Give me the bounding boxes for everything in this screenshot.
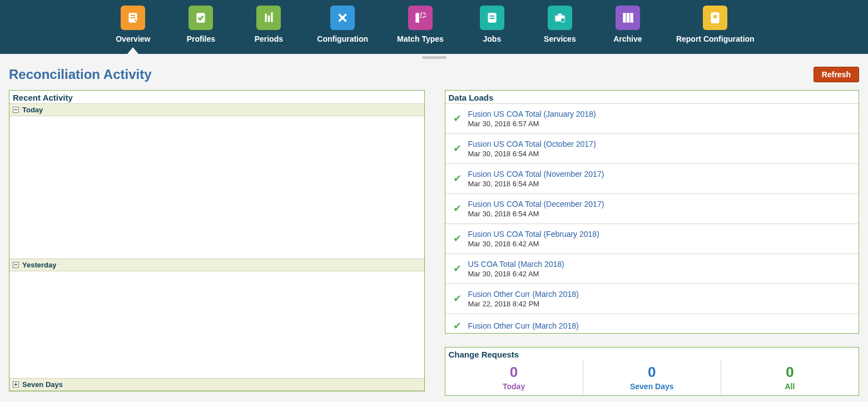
data-load-date: Mar 30, 2018 6:54 AM — [468, 210, 604, 218]
success-check-icon: ✔ — [453, 232, 462, 245]
svg-point-7 — [341, 16, 345, 20]
data-load-row: ✔Fusion US COA Total (October 2017)Mar 3… — [445, 134, 859, 164]
nav-services-icon — [548, 6, 572, 30]
data-loads-list[interactable]: ✔Fusion US COA Total (January 2018)Mar 3… — [445, 103, 859, 333]
nav-label: Archive — [613, 34, 642, 44]
recent-activity-panel: Recent Activity −Today−Yesterday+Seven D… — [9, 90, 425, 391]
data-load-link[interactable]: Fusion US COA Total (January 2018) — [468, 110, 596, 118]
page-header: Reconciliation Activity Refresh — [0, 61, 868, 90]
nav-overview[interactable]: Overview — [113, 6, 152, 44]
collapse-toggle-icon[interactable]: + — [13, 381, 19, 388]
success-check-icon: ✔ — [453, 320, 462, 332]
svg-rect-18 — [630, 13, 633, 22]
change-request-count: 0 — [583, 364, 721, 381]
change-requests-counts: 0Today0Seven Days0All — [445, 360, 859, 395]
data-load-row: ✔Fusion US COA Total (February 2018)Mar … — [445, 224, 859, 254]
data-load-row: ✔Fusion Other Curr (March 2018)Mar 22, 2… — [445, 284, 859, 314]
nav-archive-icon — [616, 6, 640, 30]
nav-archive[interactable]: Archive — [608, 6, 647, 44]
svg-rect-8 — [415, 13, 419, 22]
data-load-row: ✔Fusion US COA Total (November 2017)Mar … — [445, 164, 859, 194]
data-load-link[interactable]: Fusion Other Curr (March 2018) — [468, 321, 579, 330]
change-request-label: Seven Days — [583, 382, 721, 391]
svg-rect-14 — [558, 13, 562, 15]
activity-today-body — [9, 116, 424, 259]
collapse-toggle-icon[interactable]: − — [13, 262, 19, 268]
data-load-link[interactable]: US COA Total (March 2018) — [468, 260, 564, 269]
data-loads-title: Data Loads — [445, 91, 859, 103]
nav-services[interactable]: Services — [540, 6, 579, 44]
nav-label: Configuration — [317, 34, 368, 44]
activity-section-header[interactable]: −Yesterday — [9, 259, 424, 271]
nav-match-types[interactable]: Match Types — [397, 6, 444, 44]
nav-label: Services — [544, 34, 576, 44]
svg-rect-6 — [271, 12, 273, 22]
change-request-count: 0 — [721, 364, 859, 381]
success-check-icon: ✔ — [453, 172, 462, 185]
data-load-link[interactable]: Fusion US COA Total (November 2017) — [468, 170, 604, 178]
grip-icon — [422, 56, 447, 59]
nav-profiles-icon — [189, 6, 213, 30]
nav-configuration-icon — [330, 6, 355, 30]
activity-yesterday-body — [9, 271, 424, 378]
svg-rect-16 — [623, 13, 626, 22]
data-load-link[interactable]: Fusion US COA Total (December 2017) — [468, 200, 604, 209]
svg-rect-4 — [265, 13, 267, 22]
data-load-date: Mar 30, 2018 6:54 AM — [468, 180, 604, 188]
nav-label: Match Types — [397, 34, 444, 44]
data-loads-panel: Data Loads ✔Fusion US COA Total (January… — [445, 90, 860, 334]
data-load-link[interactable]: Fusion Other Curr (March 2018) — [468, 290, 579, 299]
change-request-col[interactable]: 0All — [721, 360, 859, 395]
data-load-row: ✔Fusion US COA Total (January 2018)Mar 3… — [445, 104, 859, 134]
nav-configuration[interactable]: Configuration — [317, 6, 368, 44]
data-load-row: ✔Fusion Other Curr (March 2018) — [445, 314, 859, 333]
change-request-count: 0 — [445, 364, 583, 381]
nav-label: Periods — [255, 34, 283, 44]
main-columns: Recent Activity −Today−Yesterday+Seven D… — [0, 90, 868, 402]
data-load-link[interactable]: Fusion US COA Total (February 2018) — [468, 230, 599, 239]
data-load-date: Mar 30, 2018 6:57 AM — [468, 120, 596, 128]
nav-report-configuration-icon — [703, 6, 727, 30]
nav-label: Profiles — [187, 34, 215, 44]
svg-point-20 — [713, 15, 717, 18]
change-request-col[interactable]: 0Seven Days — [583, 360, 721, 395]
success-check-icon: ✔ — [453, 292, 462, 305]
nav-label: Overview — [116, 34, 150, 44]
nav-jobs[interactable]: Jobs — [473, 6, 512, 44]
svg-rect-1 — [131, 15, 136, 16]
data-load-date: Mar 30, 2018 6:42 AM — [468, 240, 599, 248]
svg-rect-17 — [627, 13, 629, 22]
change-request-col[interactable]: 0Today — [445, 360, 583, 395]
data-load-date: Mar 22, 2018 8:42 PM — [468, 300, 579, 308]
svg-rect-12 — [490, 18, 495, 19]
recent-activity-title: Recent Activity — [9, 91, 424, 103]
success-check-icon: ✔ — [453, 262, 462, 275]
collapse-toggle-icon[interactable]: − — [13, 107, 19, 113]
activity-section-label: Today — [22, 106, 43, 114]
data-load-link[interactable]: Fusion US COA Total (October 2017) — [468, 140, 596, 148]
change-requests-title: Change Requests — [445, 348, 859, 360]
success-check-icon: ✔ — [453, 142, 462, 155]
data-load-row: ✔US COA Total (March 2018)Mar 30, 2018 6… — [445, 254, 859, 284]
nav-profiles[interactable]: Profiles — [181, 6, 220, 44]
activity-section-header[interactable]: −Today — [9, 103, 424, 116]
nav-report-configuration[interactable]: Report Configuration — [676, 6, 755, 44]
change-request-label: All — [721, 382, 859, 391]
activity-section-label: Seven Days — [22, 380, 63, 389]
activity-section-header[interactable]: +Seven Days — [9, 378, 424, 391]
nav-label: Jobs — [483, 34, 502, 44]
change-requests-panel: Change Requests 0Today0Seven Days0All — [445, 347, 860, 396]
svg-rect-5 — [268, 16, 270, 22]
page-title: Reconciliation Activity — [9, 67, 152, 82]
success-check-icon: ✔ — [453, 112, 462, 125]
success-check-icon: ✔ — [453, 202, 462, 215]
nav-match-types-icon — [408, 6, 433, 30]
nav-overview-icon — [121, 6, 145, 30]
data-load-date: Mar 30, 2018 6:54 AM — [468, 150, 596, 158]
refresh-button[interactable]: Refresh — [814, 67, 859, 82]
data-load-date: Mar 30, 2018 6:42 AM — [468, 270, 564, 278]
svg-rect-2 — [131, 17, 136, 18]
panel-resize-handle[interactable] — [0, 54, 868, 61]
nav-periods[interactable]: Periods — [249, 6, 288, 44]
nav-jobs-icon — [480, 6, 504, 30]
